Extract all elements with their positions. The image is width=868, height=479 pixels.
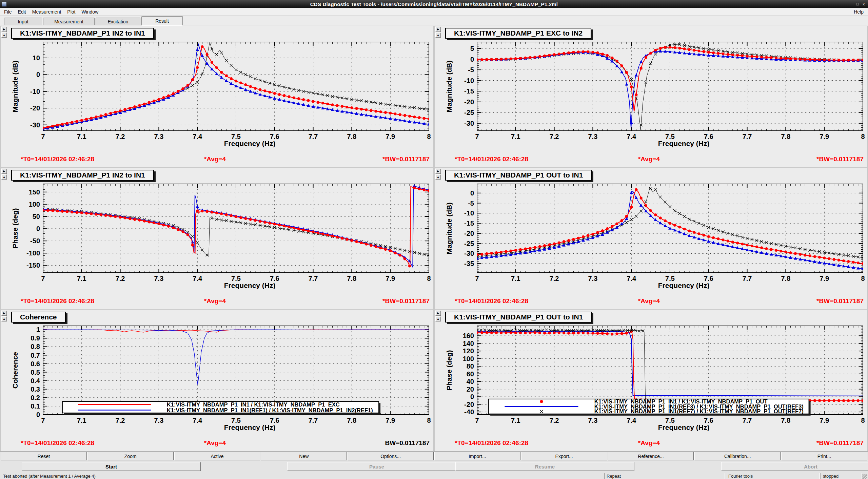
pane-expand-icon[interactable]: ▶ — [435, 311, 441, 316]
plot-title[interactable]: K1:VIS-ITMY_NBDAMP_P1 IN2 to IN1 — [11, 28, 154, 39]
chart-canvas[interactable]: 77.17.27.37.47.57.67.77.87.98150100500-5… — [9, 182, 431, 294]
pane-controls: ▶ ▲ — [1, 27, 7, 38]
svg-text:7: 7 — [475, 417, 479, 424]
export-button[interactable]: Export... — [521, 452, 607, 460]
svg-text:7.9: 7.9 — [386, 133, 395, 140]
pane-up-icon[interactable]: ▲ — [435, 33, 441, 38]
svg-text:8: 8 — [427, 133, 431, 140]
options-button[interactable]: Options... — [348, 452, 434, 460]
plot-title[interactable]: K1:VIS-ITMY_NBDAMP_P1 IN2 to IN1 — [11, 170, 154, 181]
plot-title[interactable]: K1:VIS-ITMY_NBDAMP_P1 EXC to IN2 — [445, 28, 591, 39]
plot-pane-out-to-in1-phase: ▶ ▲ K1:VIS-ITMY_NBDAMP_P1 OUT to IN1 77.… — [435, 310, 867, 451]
title-bar[interactable]: CDS Diagnostic Test Tools - /users/Commi… — [0, 0, 868, 8]
start-button[interactable]: Start — [22, 462, 201, 471]
chart-canvas[interactable]: 77.17.27.37.47.57.67.77.87.980-5-10-15-2… — [443, 182, 865, 294]
calibration-button[interactable]: Calibration... — [694, 452, 781, 460]
plot-pane-in2-to-in1-phase: ▶ ▲ K1:VIS-ITMY_NBDAMP_P1 IN2 to IN1 77.… — [1, 168, 433, 309]
reference-button[interactable]: Reference... — [608, 452, 694, 460]
svg-text:7.5: 7.5 — [231, 133, 241, 140]
status-message: Test aborted (after Measurement 1 / Aver… — [1, 473, 603, 479]
menu-help[interactable]: Help — [850, 8, 867, 15]
svg-text:K1:VIS-ITMY_NBDAMP_P1_IN1(REF1: K1:VIS-ITMY_NBDAMP_P1_IN1(REF1) / K1:VIS… — [167, 407, 373, 413]
pause-button[interactable]: Pause — [287, 462, 466, 471]
svg-text:-20: -20 — [30, 104, 40, 112]
menu-file[interactable]: File — [1, 8, 15, 15]
zoom-button[interactable]: Zoom — [87, 452, 174, 460]
resize-grip-icon[interactable] — [862, 474, 867, 479]
t0-annotation: *T0=14/01/2026 02:46:28 — [455, 439, 528, 447]
print-button[interactable]: Print... — [781, 452, 867, 460]
plot-annotations: *T0=14/01/2026 02:46:28 *Avg=4 *BW=0.011… — [1, 297, 433, 306]
svg-text:7.1: 7.1 — [77, 133, 86, 140]
svg-text:K1:VIS-ITMY_NBDAMP_P1_IN1 / K1: K1:VIS-ITMY_NBDAMP_P1_IN1 / K1:VIS-ITMY_… — [167, 401, 340, 408]
svg-text:7.8: 7.8 — [781, 133, 790, 140]
svg-text:-15: -15 — [464, 87, 474, 95]
svg-text:7.6: 7.6 — [704, 133, 713, 140]
tab-bar: Input Measurement Excitation Result — [0, 16, 868, 25]
result-plot-grid: ▶ ▲ K1:VIS-ITMY_NBDAMP_P1 IN2 to IN1 77.… — [0, 25, 868, 451]
chart-canvas[interactable]: 77.17.27.37.47.57.67.77.87.98100-10-20-3… — [9, 40, 431, 152]
menu-edit[interactable]: Edit — [15, 8, 29, 15]
chart-canvas[interactable]: 77.17.27.37.47.57.67.77.87.9816014012010… — [443, 324, 865, 436]
pane-up-icon[interactable]: ▲ — [435, 316, 441, 321]
bw-annotation: *BW=0.0117187 — [816, 297, 864, 305]
status-bar: Test aborted (after Measurement 1 / Aver… — [0, 472, 868, 479]
tab-measurement[interactable]: Measurement — [43, 18, 95, 25]
svg-text:0: 0 — [470, 189, 474, 197]
pane-up-icon[interactable]: ▲ — [1, 316, 7, 321]
svg-text:0: 0 — [36, 411, 40, 418]
plot-title[interactable]: K1:VIS-ITMY_NBDAMP_P1 OUT to IN1 — [445, 312, 592, 322]
pane-expand-icon[interactable]: ▶ — [1, 169, 7, 174]
close-icon[interactable]: x — [863, 2, 865, 6]
plot-title[interactable]: Coherence — [11, 312, 66, 322]
active-button[interactable]: Active — [174, 452, 260, 460]
avg-annotation: *Avg=4 — [204, 297, 226, 305]
chart-canvas[interactable]: 77.17.27.37.47.57.67.77.87.9850-5-10-15-… — [443, 40, 865, 152]
menu-measurement[interactable]: Measurement — [29, 8, 64, 15]
pane-up-icon[interactable]: ▲ — [1, 174, 7, 180]
plot-area: 77.17.27.37.47.57.67.77.87.980-5-10-15-2… — [443, 182, 865, 294]
y-axis-label: Phase (deg) — [445, 350, 453, 390]
maximize-icon[interactable]: □ — [856, 2, 859, 6]
plot-pane-out-to-in1-magnitude: ▶ ▲ K1:VIS-ITMY_NBDAMP_P1 OUT to IN1 77.… — [435, 168, 867, 309]
svg-text:7.7: 7.7 — [309, 133, 318, 140]
menu-window[interactable]: Window — [78, 8, 101, 15]
svg-text:-15: -15 — [464, 220, 474, 227]
svg-text:0.5: 0.5 — [31, 369, 40, 376]
svg-text:7: 7 — [475, 133, 479, 140]
new-button[interactable]: New — [261, 452, 347, 460]
import-button[interactable]: Import... — [434, 452, 520, 460]
svg-text:1: 1 — [36, 326, 40, 333]
pane-expand-icon[interactable]: ▶ — [1, 27, 7, 32]
pane-expand-icon[interactable]: ▶ — [435, 27, 441, 32]
reset-button[interactable]: Reset — [1, 452, 87, 460]
bw-annotation: *BW=0.0117187 — [816, 439, 864, 447]
svg-text:40: 40 — [467, 378, 474, 385]
svg-text:7.5: 7.5 — [665, 275, 675, 282]
tab-input[interactable]: Input — [4, 18, 42, 25]
svg-text:7: 7 — [41, 275, 45, 282]
x-axis-label: Frequency (Hz) — [658, 140, 710, 148]
plot-annotations: *T0=14/01/2026 02:46:28 *Avg=4 BW=0.0117… — [1, 439, 433, 447]
tab-result[interactable]: Result — [141, 16, 183, 25]
svg-text:160: 160 — [463, 332, 474, 339]
plot-area: 77.17.27.37.47.57.67.77.87.98100-10-20-3… — [9, 40, 431, 152]
pane-expand-icon[interactable]: ▶ — [435, 169, 441, 174]
svg-text:-50: -50 — [30, 237, 40, 245]
menu-plot[interactable]: Plot — [64, 8, 78, 15]
t0-annotation: *T0=14/01/2026 02:46:28 — [21, 155, 94, 163]
tab-excitation[interactable]: Excitation — [96, 18, 140, 25]
minimize-icon[interactable]: _ — [850, 2, 852, 6]
pane-expand-icon[interactable]: ▶ — [1, 311, 7, 316]
pane-up-icon[interactable]: ▲ — [435, 174, 441, 180]
plot-title[interactable]: K1:VIS-ITMY_NBDAMP_P1 OUT to IN1 — [445, 170, 592, 181]
pane-up-icon[interactable]: ▲ — [1, 33, 7, 38]
x-axis-label: Frequency (Hz) — [658, 423, 710, 432]
abort-button[interactable]: Abort — [721, 462, 868, 471]
plot-area: 77.17.27.37.47.57.67.77.87.98150100500-5… — [9, 182, 431, 294]
resume-button[interactable]: Resume — [455, 462, 634, 471]
svg-text:7.1: 7.1 — [77, 417, 86, 424]
svg-text:7.5: 7.5 — [665, 417, 675, 424]
svg-text:10: 10 — [33, 54, 40, 62]
chart-canvas[interactable]: 77.17.27.37.47.57.67.77.87.9810.90.80.70… — [9, 324, 431, 436]
